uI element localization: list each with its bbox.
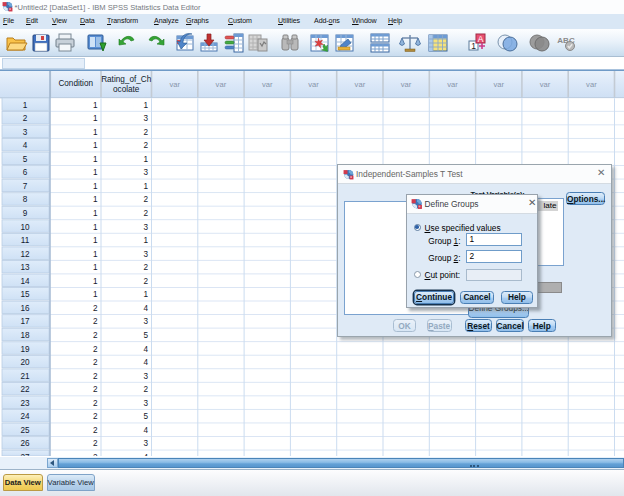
svg-text:11: 11 (21, 236, 30, 245)
svg-text:18: 18 (20, 331, 30, 340)
svg-text:var: var (540, 80, 551, 89)
svg-text:Condition: Condition (58, 79, 93, 88)
svg-text:var: var (401, 80, 412, 89)
svg-text:12: 12 (20, 250, 30, 259)
svg-text:1: 1 (93, 236, 98, 245)
svg-text:3: 3 (23, 128, 28, 137)
svg-text:26: 26 (20, 439, 30, 448)
svg-text:1: 1 (93, 141, 98, 150)
svg-text:2: 2 (93, 399, 98, 408)
svg-text:2: 2 (93, 412, 98, 421)
svg-text:3: 3 (143, 223, 148, 232)
svg-text:4: 4 (23, 141, 28, 150)
svg-text:A: A (478, 34, 484, 44)
svg-text:1: 1 (93, 155, 98, 164)
svg-text:2: 2 (143, 263, 148, 272)
svg-text:1: 1 (93, 277, 98, 286)
svg-text:2: 2 (23, 114, 28, 123)
svg-text:3: 3 (143, 372, 148, 381)
svg-text:10: 10 (20, 223, 30, 232)
svg-text:3: 3 (143, 168, 148, 177)
svg-text:2: 2 (93, 345, 98, 354)
svg-text:2: 2 (143, 385, 148, 394)
svg-text:20: 20 (20, 358, 30, 367)
svg-text:1: 1 (23, 101, 28, 110)
svg-text:2: 2 (93, 331, 98, 340)
svg-text:22: 22 (20, 385, 30, 394)
svg-text:2: 2 (143, 141, 148, 150)
svg-text:1: 1 (143, 290, 148, 299)
svg-text:4: 4 (143, 358, 148, 367)
svg-text:3: 3 (143, 250, 148, 259)
svg-text:2: 2 (93, 426, 98, 435)
svg-text:1: 1 (93, 101, 98, 110)
svg-text:1: 1 (143, 101, 148, 110)
svg-text:2: 2 (143, 128, 148, 137)
svg-text:1: 1 (93, 250, 98, 259)
svg-text:1: 1 (93, 168, 98, 177)
svg-text:4: 4 (143, 304, 148, 313)
svg-text:2: 2 (93, 439, 98, 448)
svg-text:6: 6 (23, 168, 28, 177)
svg-text:3: 3 (143, 114, 148, 123)
svg-text:3: 3 (143, 399, 148, 408)
svg-text:var: var (355, 80, 366, 89)
svg-text:2: 2 (93, 453, 98, 456)
svg-text:16: 16 (20, 304, 30, 313)
svg-text:14: 14 (20, 277, 30, 286)
svg-text:1: 1 (93, 114, 98, 123)
svg-text:5: 5 (23, 155, 28, 164)
svg-text:25: 25 (20, 426, 30, 435)
svg-text:1: 1 (93, 263, 98, 272)
svg-text:17: 17 (20, 317, 30, 326)
svg-text:1: 1 (93, 195, 98, 204)
svg-text:21: 21 (20, 372, 30, 381)
svg-text:1: 1 (143, 155, 148, 164)
svg-text:7: 7 (23, 182, 28, 191)
svg-text:2: 2 (93, 304, 98, 313)
svg-text:3: 3 (143, 317, 148, 326)
svg-text:var: var (586, 80, 597, 89)
svg-text:1: 1 (93, 223, 98, 232)
svg-text:1: 1 (93, 209, 98, 218)
svg-text:1: 1 (143, 182, 148, 191)
svg-text:var: var (308, 80, 319, 89)
svg-text:15: 15 (20, 290, 30, 299)
svg-text:5: 5 (143, 331, 148, 340)
svg-text:23: 23 (20, 399, 30, 408)
svg-text:13: 13 (20, 263, 30, 272)
svg-text:1: 1 (93, 128, 98, 137)
svg-text:1: 1 (471, 41, 476, 51)
svg-text:ocolate: ocolate (113, 85, 140, 94)
svg-text:4: 4 (143, 426, 148, 435)
svg-text:5: 5 (143, 412, 148, 421)
svg-text:var: var (447, 80, 458, 89)
svg-text:27: 27 (20, 453, 30, 456)
svg-text:2: 2 (143, 195, 148, 204)
svg-text:9: 9 (23, 209, 28, 218)
svg-text:2: 2 (143, 277, 148, 286)
svg-text:4: 4 (143, 345, 148, 354)
svg-text:8: 8 (23, 195, 28, 204)
svg-text:var: var (169, 80, 180, 89)
svg-text:var: var (262, 80, 273, 89)
svg-text:3: 3 (143, 439, 148, 448)
svg-text:24: 24 (20, 412, 30, 421)
svg-text:1: 1 (143, 236, 148, 245)
svg-text:2: 2 (143, 209, 148, 218)
svg-text:19: 19 (20, 345, 30, 354)
svg-text:var: var (494, 80, 505, 89)
svg-text:4: 4 (143, 453, 148, 456)
svg-text:2: 2 (93, 385, 98, 394)
svg-text:Rating_of_Ch: Rating_of_Ch (101, 75, 152, 84)
svg-text:1: 1 (93, 290, 98, 299)
svg-text:1: 1 (93, 182, 98, 191)
svg-text:2: 2 (93, 372, 98, 381)
svg-text:2: 2 (93, 317, 98, 326)
svg-text:var: var (216, 80, 227, 89)
svg-text:2: 2 (93, 358, 98, 367)
